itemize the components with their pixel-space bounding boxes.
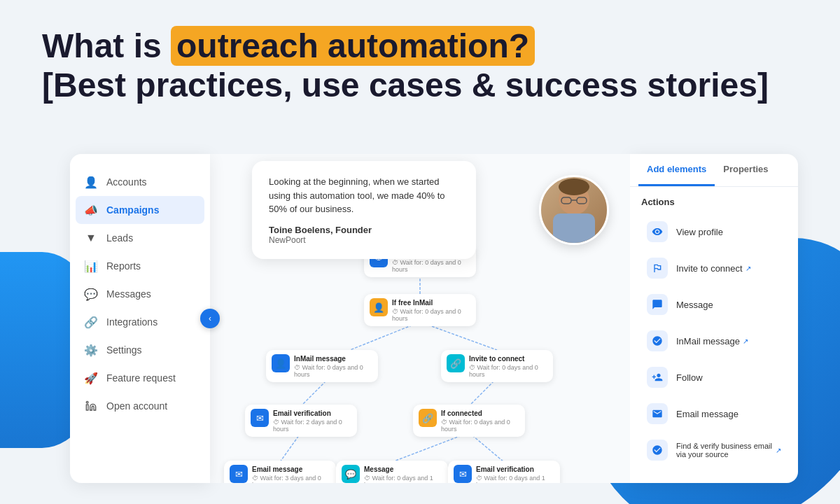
svg-rect-3	[553, 214, 595, 245]
sidebar-item-integrations[interactable]: 🔗 Integrations	[70, 308, 210, 336]
sidebar-item-feature-request[interactable]: 🚀 Feature request	[70, 364, 210, 392]
wf-node-email-verification[interactable]: ✉ Email verification ⏱ Wait for: 2 days …	[245, 405, 357, 437]
sidebar-item-reports[interactable]: 📊 Reports	[70, 252, 210, 280]
svg-line-14	[392, 433, 469, 462]
action-find-verify-icon	[647, 440, 668, 461]
email-message-title: Email message	[252, 465, 329, 474]
action-view-profile-icon	[647, 221, 668, 242]
message-sub: ⏱ Wait for: 0 days and 1 hours	[364, 475, 441, 483]
invite-connect-icon: 🔗	[447, 354, 465, 372]
sidebar-label-messages: Messages	[106, 288, 151, 300]
sidebar-label-feature-request: Feature request	[106, 372, 176, 384]
email-verification-title: Email verification	[273, 409, 350, 418]
sidebar-item-settings[interactable]: ⚙️ Settings	[70, 336, 210, 364]
action-find-verify[interactable]: Find & verify business email via your so…	[636, 433, 792, 468]
email-verification-icon: ✉	[251, 409, 269, 427]
action-email-message[interactable]: Email message	[636, 396, 792, 431]
panel-section-actions: Actions	[630, 187, 798, 213]
message-title: Message	[364, 465, 441, 474]
accounts-icon: 👤	[84, 175, 98, 189]
action-message[interactable]: Message	[636, 287, 792, 322]
ui-container: 👤 Accounts 📣 Campaigns ▼ Leads 📊 Reports…	[70, 154, 798, 483]
action-invite-connect[interactable]: Invite to connect ↗	[636, 251, 792, 286]
sidebar-label-integrations: Integrations	[106, 316, 158, 328]
svg-line-12	[469, 378, 497, 406]
if-connected-sub: ⏱ Wait for: 0 days and 0 hours	[441, 419, 518, 433]
inmail-ext-icon: ↗	[743, 337, 748, 345]
svg-line-11	[301, 378, 329, 406]
invite-connect-title: Invite to connect	[469, 354, 546, 363]
inmail-message-sub: ⏱ Wait for: 0 days and 0 hours	[294, 364, 371, 378]
svg-line-10	[420, 322, 497, 350]
action-inmail[interactable]: InMail message ↗	[636, 323, 792, 358]
view-profile-sub: ⏱ Wait for: 0 days and 0 hours	[392, 259, 469, 273]
header-text: What is outreach automation? [Best pract…	[42, 28, 769, 105]
sidebar-label-accounts: Accounts	[106, 176, 147, 188]
sidebar-item-messages[interactable]: 💬 Messages	[70, 280, 210, 308]
reports-icon: 📊	[84, 259, 98, 273]
action-message-icon	[647, 294, 668, 315]
inmail-message-title: InMail message	[294, 354, 371, 363]
wf-node-email-message[interactable]: ✉ Email message ⏱ Wait for: 3 days and 0…	[224, 461, 336, 483]
open-account-icon	[84, 399, 98, 413]
if-free-inmail-title: If free InMail	[392, 298, 469, 307]
header-highlight: outreach automation?	[171, 26, 535, 66]
sidebar-label-reports: Reports	[106, 260, 141, 272]
wf-node-if-free-inmail[interactable]: 👤 If free InMail ⏱ Wait for: 0 days and …	[364, 294, 476, 326]
sidebar-item-accounts[interactable]: 👤 Accounts	[70, 168, 210, 196]
action-invite-connect-icon	[647, 258, 668, 279]
sidebar-item-open-account[interactable]: Open account	[70, 392, 210, 420]
right-panel: Add elements Properties Actions View pro…	[630, 154, 798, 483]
wf-node-email-verification2[interactable]: ✉ Email verification ⏱ Wait for: 0 days …	[448, 461, 560, 483]
action-message-label: Message	[676, 300, 713, 310]
header-line1: What is outreach automation?	[42, 28, 769, 65]
email-message-sub: ⏱ Wait for: 3 days and 0 hours	[252, 475, 329, 483]
action-invite-connect-label: Invite to connect ↗	[676, 263, 751, 274]
wf-node-message[interactable]: 💬 Message ⏱ Wait for: 0 days and 1 hours	[336, 461, 448, 483]
header-prefix: What is	[42, 27, 171, 64]
email-verification2-sub: ⏱ Wait for: 0 days and 1 hours	[476, 475, 553, 483]
testimonial-author: Toine Boelens, Founder	[269, 225, 459, 235]
sidebar-label-leads: Leads	[106, 232, 133, 244]
wf-node-inmail-message[interactable]: 👤 InMail message ⏱ Wait for: 0 days and …	[266, 350, 378, 382]
testimonial-text: Looking at the beginning, when we starte…	[269, 175, 459, 216]
sidebar-collapse-button[interactable]: ‹	[200, 309, 220, 328]
testimonial-card: Looking at the beginning, when we starte…	[252, 161, 476, 259]
action-follow[interactable]: Follow	[636, 360, 792, 395]
sidebar: 👤 Accounts 📣 Campaigns ▼ Leads 📊 Reports…	[70, 154, 210, 483]
wf-node-if-connected[interactable]: 🔗 If connected ⏱ Wait for: 0 days and 0 …	[413, 405, 525, 437]
integrations-icon: 🔗	[84, 315, 98, 329]
campaigns-icon: 📣	[84, 203, 98, 217]
sidebar-label-open-account: Open account	[106, 400, 167, 412]
wf-node-invite-to-connect[interactable]: 🔗 Invite to connect ⏱ Wait for: 0 days a…	[441, 350, 553, 382]
svg-line-15	[469, 433, 504, 462]
if-connected-icon: 🔗	[419, 409, 437, 427]
action-email-icon	[647, 403, 668, 424]
testimonial-company: NewPoort	[269, 235, 459, 245]
action-find-verify-label: Find & verify business email via your so…	[676, 442, 781, 458]
inmail-message-icon: 👤	[272, 354, 290, 372]
settings-icon: ⚙️	[84, 343, 98, 357]
panel-tabs: Add elements Properties	[630, 154, 798, 187]
action-follow-icon	[647, 367, 668, 388]
feature-request-icon: 🚀	[84, 371, 98, 385]
sidebar-item-leads[interactable]: ▼ Leads	[70, 224, 210, 252]
header-line2: [Best practices, use cases & success sto…	[42, 65, 769, 106]
svg-line-13	[280, 433, 301, 462]
svg-point-7	[559, 178, 589, 195]
email-message-icon: ✉	[230, 465, 248, 483]
messages-icon: 💬	[84, 287, 98, 301]
tab-add-elements[interactable]: Add elements	[638, 154, 715, 186]
svg-line-9	[350, 322, 420, 350]
action-follow-label: Follow	[676, 372, 703, 383]
action-inmail-label: InMail message ↗	[676, 336, 748, 346]
testimonial-author-name: Toine Boelens, Founder	[269, 225, 372, 235]
action-view-profile[interactable]: View profile	[636, 214, 792, 249]
action-inmail-icon	[647, 330, 668, 351]
tab-properties[interactable]: Properties	[715, 154, 776, 186]
sidebar-item-campaigns[interactable]: 📣 Campaigns	[76, 196, 204, 224]
workflow-area: 👁 View profile ⏱ Wait for: 0 days and 0 …	[224, 245, 616, 476]
email-verification2-title: Email verification	[476, 465, 553, 474]
leads-icon: ▼	[84, 231, 98, 245]
action-view-profile-label: View profile	[676, 227, 723, 237]
